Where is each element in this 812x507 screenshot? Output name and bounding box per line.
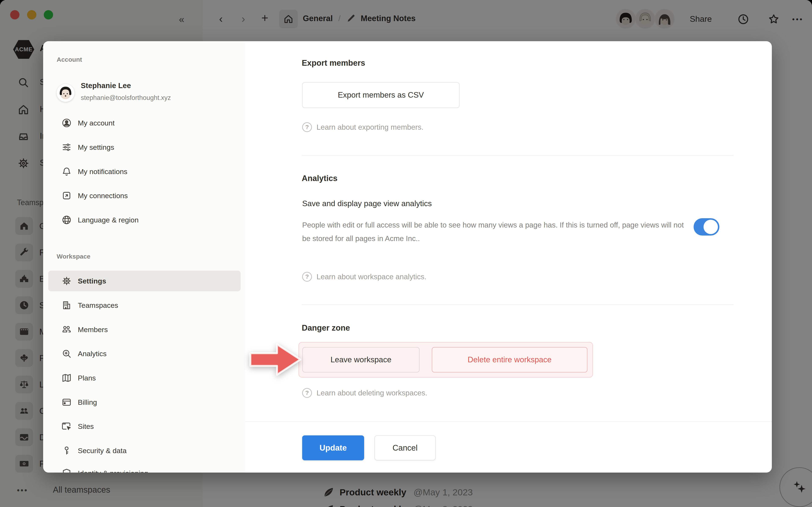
learn-exporting-link[interactable]: Learn about exporting members. <box>302 122 423 132</box>
arrow-up-right-square-icon <box>61 190 72 201</box>
magnifier-sparkle-icon <box>61 348 72 359</box>
sidebar-item-members[interactable]: Members <box>48 319 241 340</box>
sidebar-item-label: Language & region <box>78 216 139 224</box>
sidebar-item-my-account[interactable]: My account <box>48 113 241 133</box>
key-icon <box>61 445 72 456</box>
sidebar-item-label: Settings <box>78 277 106 285</box>
user-name: Stephanie Lee <box>81 81 131 90</box>
sidebar-item-my-connections[interactable]: My connections <box>48 185 241 206</box>
analytics-title: Analytics <box>302 174 338 183</box>
danger-zone-title: Danger zone <box>302 324 350 333</box>
question-circle-icon <box>302 272 312 282</box>
sidebar-item-my-settings[interactable]: My settings <box>48 137 241 158</box>
divider <box>302 155 733 156</box>
question-circle-icon <box>302 122 312 132</box>
analytics-setting-label: Save and display page view analytics <box>302 199 432 208</box>
globe-icon <box>61 215 72 225</box>
sidebar-item-identity-provisioning[interactable]: Identity & provisioning <box>48 463 241 472</box>
sidebar-item-sites[interactable]: Sites <box>48 416 241 437</box>
settings-modal: Account Stephanie Lee stephanie@toolsfor… <box>43 41 772 472</box>
sidebar-item-label: Analytics <box>78 350 107 358</box>
sidebar-item-label: Security & data <box>78 447 126 455</box>
sidebar-item-label: My settings <box>78 143 114 152</box>
screen: « ‹ › + General / Meeting Notes Share ••… <box>0 0 812 507</box>
map-icon <box>61 373 72 383</box>
sliders-icon <box>61 142 72 153</box>
bell-icon <box>61 166 72 177</box>
sidebar-item-label: Sites <box>78 422 94 431</box>
learn-analytics-link[interactable]: Learn about workspace analytics. <box>302 272 426 282</box>
learn-link-label[interactable]: Learn about deleting workspaces. <box>316 389 427 397</box>
sidebar-item-label: My notifications <box>78 168 127 176</box>
analytics-description: People with edit or full access will be … <box>302 218 685 245</box>
sidebar-item-analytics[interactable]: Analytics <box>48 343 241 364</box>
sidebar-item-label: My connections <box>78 191 128 200</box>
sidebar-item-security-data[interactable]: Security & data <box>48 440 241 461</box>
sidebar-item-language-region[interactable]: Language & region <box>48 210 241 230</box>
account-section-header: Account <box>57 56 82 63</box>
sidebar-item-plans[interactable]: Plans <box>48 368 241 388</box>
sidebar-item-label: Members <box>78 326 108 334</box>
divider <box>245 421 772 422</box>
sidebar-item-label: My account <box>78 119 115 127</box>
browser-cursor-icon <box>61 421 72 432</box>
toggle-knob <box>704 220 718 234</box>
sidebar-item-label: Billing <box>78 398 97 406</box>
delete-workspace-button[interactable]: Delete entire workspace <box>432 347 588 373</box>
leave-workspace-button[interactable]: Leave workspace <box>302 347 419 373</box>
sidebar-item-billing[interactable]: Billing <box>48 392 241 412</box>
sidebar-item-label: Teamspaces <box>78 301 118 309</box>
update-button[interactable]: Update <box>302 435 364 460</box>
divider <box>302 304 733 305</box>
sidebar-item-my-notifications[interactable]: My notifications <box>48 161 241 182</box>
sidebar-item-label: Identity & provisioning <box>78 469 148 473</box>
cancel-button[interactable]: Cancel <box>374 435 436 460</box>
user-avatar[interactable] <box>57 84 74 102</box>
gear-icon <box>61 276 72 286</box>
learn-deleting-link[interactable]: Learn about deleting workspaces. <box>302 388 427 398</box>
person-circle-icon <box>61 118 72 128</box>
export-members-title: Export members <box>302 59 365 68</box>
sidebar-item-label: Plans <box>78 374 96 382</box>
building-icon <box>61 300 72 311</box>
export-members-csv-button[interactable]: Export members as CSV <box>302 82 459 108</box>
sidebar-item-settings[interactable]: Settings <box>48 271 241 291</box>
annotation-arrow-icon <box>248 341 303 379</box>
shield-icon <box>61 468 72 472</box>
learn-link-label[interactable]: Learn about workspace analytics. <box>316 273 426 281</box>
members-icon <box>61 324 72 335</box>
learn-link-label[interactable]: Learn about exporting members. <box>316 123 423 131</box>
analytics-toggle[interactable] <box>694 218 719 235</box>
workspace-section-header: Workspace <box>57 253 91 260</box>
credit-card-icon <box>61 397 72 407</box>
question-circle-icon <box>302 388 312 398</box>
user-email: stephanie@toolsforthought.xyz <box>81 94 171 102</box>
sidebar-item-teamspaces[interactable]: Teamspaces <box>48 295 241 316</box>
